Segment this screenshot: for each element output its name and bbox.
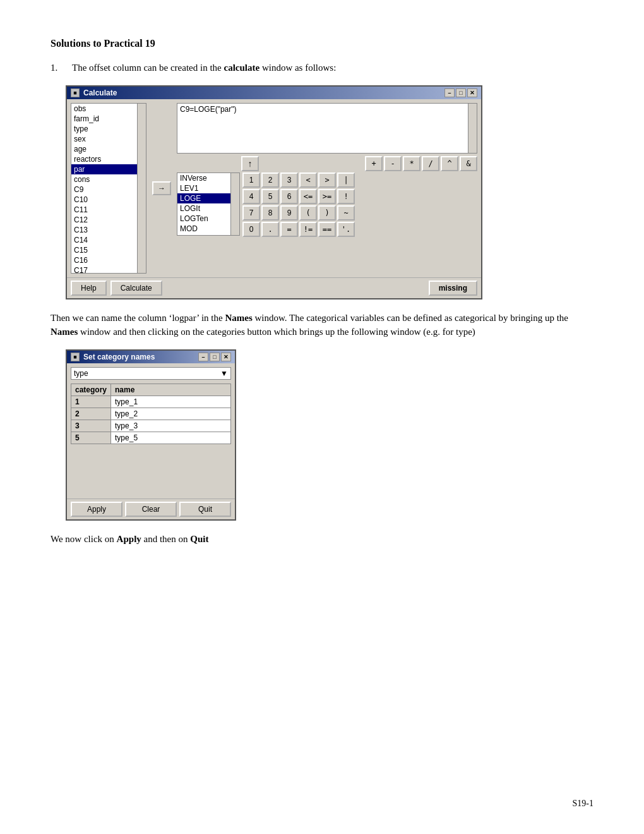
key-gt[interactable]: > [318, 172, 336, 188]
category-titlebar-left: ■ Set category names [71, 353, 155, 361]
paragraph2-bold1: Names [225, 313, 252, 323]
missing-button[interactable]: missing [429, 281, 477, 296]
window-controls[interactable]: – □ ✕ [444, 88, 477, 97]
minus-button[interactable]: - [384, 156, 402, 171]
key-7[interactable]: 7 [242, 205, 260, 221]
var-C10[interactable]: C10 [71, 195, 146, 205]
row1-name[interactable]: type_1 [111, 396, 231, 408]
para3-text1: We now click on [51, 534, 117, 544]
row2-name[interactable]: type_2 [111, 408, 231, 420]
quit-button[interactable]: Quit [179, 502, 231, 517]
key-quote[interactable]: '. [337, 222, 355, 237]
key-4[interactable]: 4 [242, 189, 260, 204]
clear-button[interactable]: Clear [125, 502, 177, 517]
key-lte[interactable]: <= [299, 189, 317, 204]
up-arrow-button[interactable]: ↑ [241, 156, 259, 171]
var-age[interactable]: age [71, 144, 146, 154]
variable-list: obs farm_id type sex age reactors par co… [71, 104, 146, 273]
divide-button[interactable]: / [422, 156, 439, 171]
key-gte[interactable]: >= [318, 189, 336, 204]
var-farm_id[interactable]: farm_id [71, 114, 146, 124]
key-eq[interactable]: = [280, 222, 298, 237]
row4-name[interactable]: type_5 [111, 432, 231, 444]
key-lparen[interactable]: ( [299, 205, 317, 221]
var-reactors[interactable]: reactors [71, 154, 146, 164]
key-dot[interactable]: . [261, 222, 279, 237]
power-button[interactable]: ^ [441, 156, 458, 171]
ampersand-button[interactable]: & [460, 156, 477, 171]
formula-box[interactable]: C9=LOGE("par") [177, 103, 477, 154]
help-button[interactable]: Help [71, 281, 107, 296]
col-header-category: category [71, 384, 111, 396]
key-1[interactable]: 1 [242, 172, 260, 188]
key-6[interactable]: 6 [280, 189, 298, 204]
digit-row-4: 0 . = != == '. [242, 222, 477, 237]
table-row: 1 type_1 [71, 396, 231, 408]
var-obs[interactable]: obs [71, 104, 146, 114]
var-C16[interactable]: C16 [71, 255, 146, 265]
plus-button[interactable]: + [365, 156, 383, 171]
category-bottom-bar: Apply Clear Quit [67, 499, 235, 519]
key-excl[interactable]: ! [337, 189, 355, 204]
key-0[interactable]: 0 [242, 222, 260, 237]
category-maximize-button[interactable]: □ [210, 353, 220, 361]
variable-dropdown[interactable]: type ▼ [71, 367, 231, 380]
close-button[interactable]: ✕ [467, 88, 477, 97]
var-cons[interactable]: cons [71, 174, 146, 184]
category-close-button[interactable]: ✕ [221, 353, 231, 361]
var-C15[interactable]: C15 [71, 245, 146, 255]
minimize-button[interactable]: – [444, 88, 455, 97]
calculate-button[interactable]: Calculate [110, 281, 162, 296]
key-3[interactable]: 3 [280, 172, 298, 188]
calculate-window: ■ Calculate – □ ✕ obs farm_id type sex a… [66, 85, 482, 299]
col-header-name: name [111, 384, 231, 396]
calculate-titlebar: ■ Calculate – □ ✕ [67, 87, 481, 99]
key-rparen[interactable]: ) [318, 205, 336, 221]
category-window-icon: ■ [71, 353, 80, 361]
var-par[interactable]: par [71, 164, 146, 174]
key-lt[interactable]: < [299, 172, 317, 188]
paragraph-2: Then we can name the column ‘logpar’ in … [51, 311, 593, 339]
key-deq[interactable]: == [318, 222, 336, 237]
key-9[interactable]: 9 [280, 205, 298, 221]
var-C12[interactable]: C12 [71, 215, 146, 225]
row1-category[interactable]: 1 [71, 396, 111, 408]
key-neq[interactable]: != [299, 222, 317, 237]
function-list: INVerse LEV1 LOGE LOGIt LOGTen MOD NEDev… [177, 172, 240, 236]
row4-category[interactable]: 5 [71, 432, 111, 444]
window-title: Calculate [83, 88, 117, 97]
var-C13[interactable]: C13 [71, 225, 146, 235]
dropdown-arrow-icon: ▼ [220, 369, 228, 378]
var-sex[interactable]: sex [71, 134, 146, 144]
var-C17[interactable]: C17 [71, 265, 146, 273]
var-C14[interactable]: C14 [71, 235, 146, 245]
row3-name[interactable]: type_3 [111, 420, 231, 432]
digit-grid: 1 2 3 < > | 4 5 6 <= [242, 172, 477, 237]
insert-arrow-button[interactable]: → [152, 181, 171, 195]
paragraph2-text3: window and then clicking on the categori… [78, 327, 475, 337]
maximize-button[interactable]: □ [456, 88, 466, 97]
calc-main: C9=LOGE("par") ↑ + - * / ^ & [177, 103, 477, 274]
row2-category[interactable]: 2 [71, 408, 111, 420]
key-8[interactable]: 8 [261, 205, 279, 221]
row3-category[interactable]: 3 [71, 420, 111, 432]
key-2[interactable]: 2 [261, 172, 279, 188]
multiply-button[interactable]: * [403, 156, 420, 171]
var-C11[interactable]: C11 [71, 205, 146, 215]
category-window-title: Set category names [83, 353, 155, 361]
var-C9[interactable]: C9 [71, 184, 146, 195]
page-title: Solutions to Practical 19 [51, 38, 593, 49]
key-5[interactable]: 5 [261, 189, 279, 204]
category-window-controls[interactable]: – □ ✕ [198, 353, 231, 361]
intro-text: The offset column can be created in the … [72, 61, 336, 75]
variable-list-scrollbar[interactable] [137, 104, 146, 273]
function-scrollbar[interactable] [230, 173, 239, 235]
key-tilde[interactable]: ~ [337, 205, 355, 221]
apply-button[interactable]: Apply [71, 502, 122, 517]
key-pipe[interactable]: | [337, 172, 355, 188]
category-minimize-button[interactable]: – [198, 353, 208, 361]
category-spacer [71, 444, 231, 495]
var-type[interactable]: type [71, 124, 146, 134]
paragraph2-text2: window. The categorical variables can be… [253, 313, 568, 323]
formula-scrollbar[interactable] [468, 104, 477, 153]
